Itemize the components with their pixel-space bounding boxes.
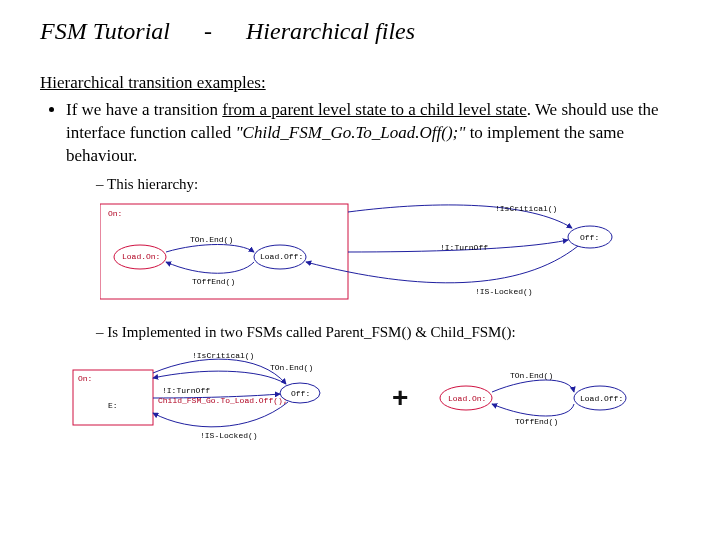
bullet-1: If we have a transition from a parent le…: [66, 99, 680, 194]
bullet-1-func: "Child_FSM_Go.To_Load.Off();": [235, 123, 465, 142]
title-part2: Hierarchical files: [246, 18, 415, 44]
d2a-tonend: TOn.End(): [270, 363, 313, 372]
child-fsm-diagram: Load.On: Load.Off: TOn.End() TOffEnd(): [430, 358, 650, 438]
d2b-loadoff: Load.Off:: [580, 394, 623, 403]
bullet-1-underlined: from a parent level state to a child lev…: [222, 100, 526, 119]
d2a-iturnoff-l1: !I:TurnOff: [162, 386, 210, 395]
d2a-critical: !IsCritical(): [192, 351, 254, 360]
d1-islocked: !IS-Locked(): [475, 287, 533, 296]
hierarchy-diagram: On: Load.On: Load.Off: TOn.End() TOffEnd…: [100, 202, 660, 312]
d2a-iturnoff-l2: Child_FSM_Go.To_Load.Off();: [158, 396, 288, 405]
d2a-off: Off:: [291, 389, 310, 398]
title-dash: -: [176, 18, 240, 45]
d2a-e: E:: [108, 401, 118, 410]
plus-icon: +: [382, 382, 418, 414]
bullet-list: If we have a transition from a parent le…: [40, 99, 680, 194]
d1-toffend: TOffEnd(): [192, 277, 235, 286]
d2b-loadon: Load.On:: [448, 394, 486, 403]
d1-loadoff: Load.Off:: [260, 252, 303, 261]
d2b-toffend: TOffEnd(): [515, 417, 558, 426]
subbullet-b: Is Implemented in two FSMs called Parent…: [96, 322, 680, 342]
diagram-2: On: E: Off: !IsCritical() TOn.End() !I:T…: [70, 348, 680, 448]
d1-iturnoff: !I:TurnOff: [440, 243, 488, 252]
subbullet-list-2: Is Implemented in two FSMs called Parent…: [40, 322, 680, 342]
d1-off: Off:: [580, 233, 599, 242]
parent-fsm-diagram: On: E: Off: !IsCritical() TOn.End() !I:T…: [70, 348, 370, 448]
page-title: FSM Tutorial - Hierarchical files: [40, 18, 680, 45]
d2a-on: On:: [78, 374, 92, 383]
intro-heading: Hierarchical transition examples:: [40, 73, 680, 93]
d1-on-state: On:: [108, 209, 122, 218]
bullet-1-pre: If we have a transition: [66, 100, 222, 119]
title-part1: FSM Tutorial: [40, 18, 170, 44]
d1-tonend: TOn.End(): [190, 235, 233, 244]
diagram-1: On: Load.On: Load.Off: TOn.End() TOffEnd…: [100, 202, 680, 312]
subbullet-list-1: This hierarchy:: [66, 174, 680, 194]
d1-loadon: Load.On:: [122, 252, 160, 261]
d2b-tonend: TOn.End(): [510, 371, 553, 380]
d1-critical: !IsCritical(): [495, 204, 557, 213]
d2a-islocked: !IS-Locked(): [200, 431, 258, 440]
subbullet-a: This hierarchy:: [96, 174, 680, 194]
